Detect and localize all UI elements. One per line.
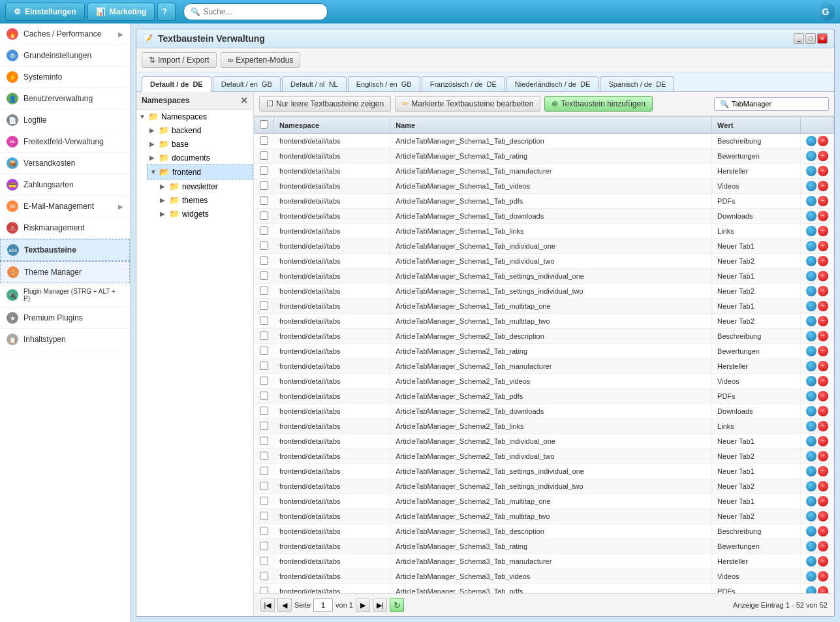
remove-icon[interactable]: − bbox=[818, 526, 828, 536]
settings-btn[interactable]: ⚙ Einstellungen bbox=[5, 3, 85, 21]
remove-icon[interactable]: − bbox=[818, 181, 828, 191]
tab-default-nl[interactable]: Default / nl NL bbox=[282, 76, 347, 91]
tree-node-themes[interactable]: ▶ 📁 themes bbox=[157, 193, 253, 207]
tab-spanisch-de[interactable]: Spanisch / de DE bbox=[600, 76, 674, 91]
globe-icon[interactable] bbox=[806, 376, 817, 386]
tab-franzoesisch-de[interactable]: Französisch / de DE bbox=[422, 76, 505, 91]
last-page-button[interactable]: ▶| bbox=[373, 598, 387, 612]
row-checkbox[interactable] bbox=[260, 377, 268, 385]
remove-icon[interactable]: − bbox=[818, 376, 828, 386]
search-input[interactable] bbox=[203, 7, 320, 16]
globe-icon[interactable] bbox=[806, 481, 817, 491]
row-checkbox[interactable] bbox=[260, 467, 268, 475]
globe-icon[interactable] bbox=[806, 271, 817, 281]
table-search-input[interactable] bbox=[732, 100, 823, 108]
row-checkbox[interactable] bbox=[260, 497, 268, 505]
remove-icon[interactable]: − bbox=[818, 406, 828, 416]
experten-button[interactable]: ∞ Experten-Modus bbox=[221, 52, 301, 68]
remove-icon[interactable]: − bbox=[818, 391, 828, 401]
row-checkbox[interactable] bbox=[260, 151, 268, 160]
remove-icon[interactable]: − bbox=[818, 436, 828, 446]
remove-icon[interactable]: − bbox=[818, 166, 828, 176]
remove-icon[interactable]: − bbox=[818, 301, 828, 311]
row-checkbox[interactable] bbox=[260, 542, 268, 550]
sidebar-item-log[interactable]: 📄 Logfile bbox=[0, 110, 130, 131]
globe-icon[interactable] bbox=[806, 391, 817, 401]
globe-icon[interactable] bbox=[806, 301, 817, 311]
sidebar-item-versand[interactable]: 📦 Versandkosten bbox=[0, 153, 130, 174]
sidebar-item-theme[interactable]: 🎨 Theme Manager bbox=[0, 261, 130, 283]
row-checkbox[interactable] bbox=[260, 181, 268, 190]
remove-icon[interactable]: − bbox=[818, 451, 828, 461]
row-checkbox[interactable] bbox=[260, 166, 268, 175]
globe-icon[interactable] bbox=[806, 136, 817, 146]
remove-icon[interactable]: − bbox=[818, 541, 828, 552]
sidebar-item-plugin[interactable]: 🔌 Plugin Manager (STRG + ALT + P) bbox=[0, 283, 130, 307]
remove-icon[interactable]: − bbox=[818, 421, 828, 431]
row-checkbox[interactable] bbox=[260, 512, 268, 520]
row-checkbox[interactable] bbox=[260, 527, 268, 535]
tree-node-base[interactable]: ▶ 📁 base bbox=[147, 137, 253, 151]
globe-icon[interactable] bbox=[806, 451, 817, 461]
next-page-button[interactable]: ▶ bbox=[356, 598, 370, 612]
globe-icon[interactable] bbox=[806, 226, 817, 236]
restore-button[interactable]: □ bbox=[805, 33, 816, 44]
sidebar-item-inhalt[interactable]: 📋 Inhaltstypen bbox=[0, 329, 130, 350]
remove-icon[interactable]: − bbox=[818, 346, 828, 356]
remove-icon[interactable]: − bbox=[818, 241, 828, 251]
sidebar-item-benutzer[interactable]: 👤 Benutzerverwaltung bbox=[0, 88, 130, 110]
globe-icon[interactable] bbox=[806, 436, 817, 446]
sidebar-item-grund[interactable]: ⚙ Grundeinstellungen bbox=[0, 45, 130, 67]
tree-node-newsletter[interactable]: ▶ 📁 newsletter bbox=[157, 179, 253, 193]
tab-default-de[interactable]: Default / de DE bbox=[142, 76, 211, 92]
row-checkbox[interactable] bbox=[260, 287, 268, 295]
tree-root[interactable]: ▼ 📁 Namespaces bbox=[136, 110, 253, 123]
row-checkbox[interactable] bbox=[260, 347, 268, 355]
remove-icon[interactable]: − bbox=[818, 211, 828, 221]
tab-englisch-en-gb[interactable]: Englisch / en GB bbox=[348, 76, 420, 91]
remove-icon[interactable]: − bbox=[818, 481, 828, 491]
row-checkbox[interactable] bbox=[260, 587, 268, 594]
tree-node-widgets[interactable]: ▶ 📁 widgets bbox=[157, 207, 253, 221]
remove-icon[interactable]: − bbox=[818, 586, 828, 593]
refresh-button[interactable]: ↻ bbox=[390, 598, 404, 612]
remove-icon[interactable]: − bbox=[818, 361, 828, 371]
remove-icon[interactable]: − bbox=[818, 316, 828, 326]
row-checkbox[interactable] bbox=[260, 241, 268, 250]
globe-icon[interactable] bbox=[806, 571, 817, 582]
globe-icon[interactable] bbox=[806, 466, 817, 476]
select-all-checkbox[interactable] bbox=[260, 120, 268, 129]
remove-icon[interactable]: − bbox=[818, 556, 828, 567]
globe-icon[interactable] bbox=[806, 166, 817, 176]
tab-niederlaendisch-de[interactable]: Niederländisch / de DE bbox=[506, 76, 599, 91]
globe-icon[interactable] bbox=[806, 511, 817, 521]
globe-icon[interactable] bbox=[806, 541, 817, 552]
row-checkbox[interactable] bbox=[260, 211, 268, 220]
row-checkbox[interactable] bbox=[260, 557, 268, 565]
close-button[interactable]: ✕ bbox=[817, 33, 828, 44]
empty-only-button[interactable]: ☐ Nur leere Textbausteine zeigen bbox=[259, 96, 391, 112]
sidebar-item-risk[interactable]: ⚠ Riskmanagement bbox=[0, 217, 130, 239]
remove-icon[interactable]: − bbox=[818, 511, 828, 521]
row-checkbox[interactable] bbox=[260, 332, 268, 340]
sidebar-item-sys[interactable]: ⚡ Systeminfo bbox=[0, 67, 130, 88]
remove-icon[interactable]: − bbox=[818, 226, 828, 236]
row-checkbox[interactable] bbox=[260, 272, 268, 280]
globe-icon[interactable] bbox=[806, 421, 817, 431]
remove-icon[interactable]: − bbox=[818, 271, 828, 281]
remove-icon[interactable]: − bbox=[818, 136, 828, 146]
globe-icon[interactable] bbox=[806, 556, 817, 567]
remove-icon[interactable]: − bbox=[818, 571, 828, 582]
row-checkbox[interactable] bbox=[260, 317, 268, 325]
row-checkbox[interactable] bbox=[260, 422, 268, 430]
globe-icon[interactable] bbox=[806, 586, 817, 593]
sidebar-item-caches[interactable]: 🔥 Caches / Performance ▶ bbox=[0, 23, 130, 45]
row-checkbox[interactable] bbox=[260, 407, 268, 415]
help-btn[interactable]: ? bbox=[157, 3, 176, 21]
tree-node-backend[interactable]: ▶ 📁 backend bbox=[147, 123, 253, 137]
row-checkbox[interactable] bbox=[260, 226, 268, 235]
globe-icon[interactable] bbox=[806, 196, 817, 206]
sidebar-item-premium[interactable]: ★ Premium Plugins bbox=[0, 307, 130, 329]
globe-icon[interactable] bbox=[806, 151, 817, 161]
prev-page-button[interactable]: ◀ bbox=[277, 598, 292, 612]
